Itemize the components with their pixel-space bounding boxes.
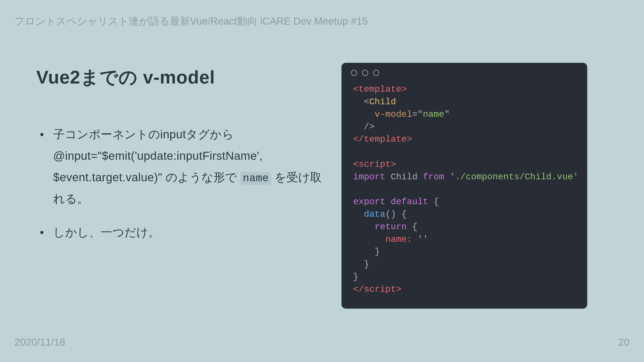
code-token: [353, 109, 375, 119]
code-token: from: [423, 172, 444, 182]
window-controls: [342, 63, 586, 78]
code-token: }: [353, 272, 358, 282]
bullet-list: 子コンポーネントのinputタグから @input="$emit('update…: [36, 124, 329, 243]
code-token: v-model: [374, 109, 412, 119]
code-token: './components/Child.vue': [444, 172, 578, 182]
close-icon: [351, 70, 357, 76]
bullet-item: 子コンポーネントのinputタグから @input="$emit('update…: [53, 124, 329, 210]
bullet-item: しかし、一つだけ。: [53, 222, 329, 243]
code-token: import: [353, 172, 386, 182]
code-token: data: [364, 209, 386, 219]
code-token: '': [418, 234, 428, 245]
code-token: Child: [386, 172, 423, 182]
code-token: [353, 209, 364, 219]
code-token: return: [374, 222, 407, 232]
code-token: <template>: [353, 84, 407, 94]
code-token: }: [353, 259, 370, 269]
code-token: =: [412, 109, 418, 119]
slide-footer: 2020/11/18 20: [14, 337, 630, 348]
code-token: default: [386, 197, 428, 207]
code-token: </template>: [353, 134, 412, 144]
inline-code: name: [240, 172, 271, 185]
slide-header: フロントスペシャリスト達が語る最新Vue/React動向 iCARE Dev M…: [14, 14, 368, 28]
code-token: [353, 222, 375, 232]
right-panel: <template> <Child v-model="name" /> </te…: [342, 65, 644, 362]
code-token: {: [428, 197, 439, 207]
bullet-text: しかし、一つだけ。: [53, 226, 160, 239]
slide-title: Vue2までの v-model: [36, 65, 329, 90]
code-token: () {: [386, 209, 407, 219]
code-token: </script>: [353, 284, 402, 295]
footer-date: 2020/11/18: [14, 337, 65, 348]
content-wrapper: Vue2までの v-model 子コンポーネントのinputタグから @inpu…: [0, 0, 644, 362]
maximize-icon: [373, 70, 379, 76]
code-token: }: [353, 247, 380, 257]
code-token: <: [353, 97, 370, 107]
page-number: 20: [618, 337, 630, 348]
code-token: {: [407, 222, 418, 232]
code-token: "name": [418, 109, 450, 119]
code-token: <script>: [353, 159, 396, 169]
code-window: <template> <Child v-model="name" /> </te…: [342, 63, 587, 309]
bullet-text-pre: 子コンポーネントのinputタグから @input="$emit('update…: [53, 128, 262, 184]
left-panel: Vue2までの v-model 子コンポーネントのinputタグから @inpu…: [0, 65, 342, 362]
code-token: name:: [353, 234, 418, 245]
code-content: <template> <Child v-model="name" /> </te…: [342, 78, 586, 308]
code-token: Child: [369, 97, 396, 107]
minimize-icon: [362, 70, 368, 76]
code-token: export: [353, 197, 386, 207]
code-token: />: [353, 122, 375, 132]
